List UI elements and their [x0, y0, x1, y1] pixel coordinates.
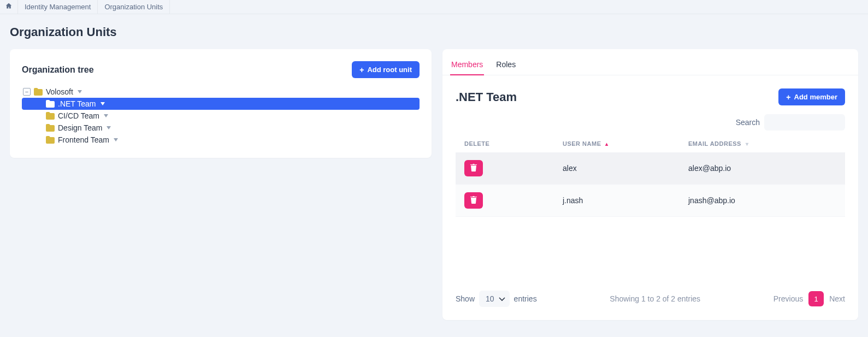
show-label: Show — [456, 294, 475, 303]
org-tree-panel: Organization tree + Add root unit − Volo… — [10, 49, 432, 158]
tree-node-dotnet[interactable]: .NET Team — [22, 98, 420, 110]
trash-icon — [470, 196, 477, 205]
page-number[interactable]: 1 — [808, 291, 824, 306]
sort-asc-icon: ▴ — [605, 141, 609, 147]
caret-down-icon[interactable] — [104, 114, 108, 117]
caret-down-icon[interactable] — [78, 90, 82, 93]
tab-members[interactable]: Members — [450, 55, 484, 75]
breadcrumb-label: Identity Management — [25, 3, 91, 11]
breadcrumb-label: Organization Units — [104, 3, 163, 11]
page-size-value: 10 — [486, 294, 494, 303]
folder-icon — [46, 124, 55, 132]
cell-email: alex@abp.io — [680, 152, 845, 185]
tree-node-cicd[interactable]: CI/CD Team — [22, 110, 420, 122]
tab-label: Members — [451, 60, 483, 69]
chevron-down-icon — [499, 294, 505, 303]
trash-icon — [470, 164, 477, 173]
delete-button[interactable] — [464, 160, 483, 176]
plus-icon: + — [786, 93, 790, 101]
tree-node-label: Frontend Team — [58, 135, 109, 144]
next-page[interactable]: Next — [829, 294, 845, 303]
home-icon — [5, 3, 12, 11]
caret-down-icon[interactable] — [107, 126, 111, 129]
sort-icon: ▾ — [746, 141, 749, 147]
table-row: j.nash jnash@abp.io — [456, 185, 845, 217]
button-label: Add root unit — [367, 66, 412, 74]
search-label: Search — [736, 118, 760, 127]
col-delete: DELETE — [456, 134, 554, 152]
col-email[interactable]: EMAIL ADDRESS ▾ — [680, 134, 845, 152]
entries-label: entries — [514, 294, 537, 303]
button-label: Add member — [794, 93, 837, 101]
table-footer: Show 10 entries Showing 1 to 2 of 2 entr… — [456, 282, 845, 307]
cell-username: alex — [554, 152, 680, 185]
page-title: Organization Units — [10, 25, 858, 39]
detail-panel: Members Roles .NET Team + Add member Sea… — [442, 49, 858, 320]
cell-username: j.nash — [554, 185, 680, 217]
caret-down-icon[interactable] — [101, 102, 105, 105]
tree-node-design[interactable]: Design Team — [22, 122, 420, 134]
add-member-button[interactable]: + Add member — [778, 88, 845, 105]
tree-node-root[interactable]: − Volosoft — [22, 86, 420, 98]
folder-icon — [46, 136, 55, 144]
detail-title: .NET Team — [456, 90, 517, 104]
prev-page[interactable]: Previous — [773, 294, 803, 303]
tabs: Members Roles — [442, 55, 858, 75]
tab-label: Roles — [496, 60, 516, 69]
breadcrumb: Identity Management Organization Units — [0, 0, 868, 14]
tree-node-frontend[interactable]: Frontend Team — [22, 134, 420, 146]
breadcrumb-item-orgunits[interactable]: Organization Units — [98, 0, 170, 14]
col-username[interactable]: USER NAME ▴ — [554, 134, 680, 152]
breadcrumb-item-identity[interactable]: Identity Management — [18, 0, 98, 14]
table-row: alex alex@abp.io — [456, 152, 845, 185]
breadcrumb-home[interactable] — [0, 0, 18, 14]
cell-email: jnash@abp.io — [680, 185, 845, 217]
folder-icon — [46, 100, 55, 108]
folder-icon — [46, 112, 55, 120]
folder-icon — [34, 88, 43, 96]
caret-down-icon[interactable] — [114, 138, 118, 141]
delete-button[interactable] — [464, 192, 483, 209]
tree-node-label: .NET Team — [58, 99, 96, 108]
members-table: DELETE USER NAME ▴ EMAIL ADDRESS ▾ — [456, 134, 845, 217]
tree-node-label: Design Team — [58, 123, 102, 132]
page-size-select[interactable]: 10 — [479, 291, 510, 307]
tab-roles[interactable]: Roles — [495, 55, 517, 75]
tree-title: Organization tree — [22, 65, 94, 75]
org-tree: − Volosoft .NET Team — [22, 86, 420, 146]
showing-summary: Showing 1 to 2 of 2 entries — [610, 294, 700, 303]
add-root-unit-button[interactable]: + Add root unit — [352, 61, 420, 78]
collapse-icon[interactable]: − — [23, 88, 31, 96]
tree-node-label: Volosoft — [46, 87, 73, 96]
plus-icon: + — [359, 66, 364, 74]
search-input[interactable] — [764, 114, 845, 131]
tree-node-label: CI/CD Team — [58, 111, 99, 120]
